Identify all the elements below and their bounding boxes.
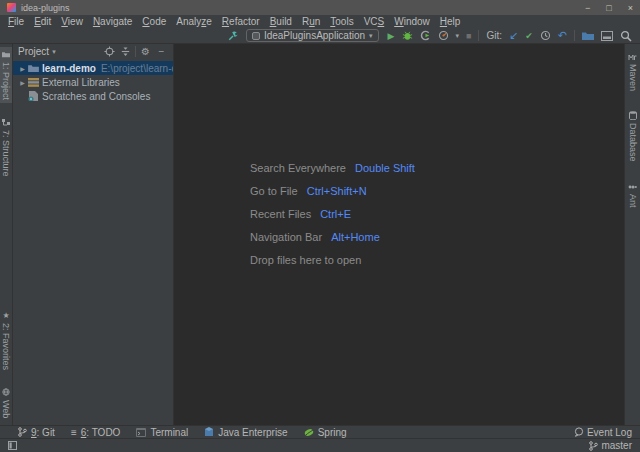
git-label: Git: (486, 30, 502, 41)
stripe-ant-label: Ant (628, 194, 638, 208)
git-toolwindow-label: 9: Git (31, 427, 55, 438)
stripe-favorites-label: 2: Favorites (1, 323, 11, 370)
database-icon (628, 111, 637, 120)
stripe-maven-button[interactable]: Maven (627, 49, 639, 94)
project-tool-window: Project ▾ ⚙ − ▶ learn (13, 44, 174, 425)
scratches-icon (27, 91, 39, 101)
tree-row-external-libraries[interactable]: ▶ External Libraries (13, 75, 173, 89)
shortcut-label: Drop files here to open (250, 254, 361, 267)
todo-toolwindow-button[interactable]: ≡ 6: TODO (71, 427, 121, 438)
run-options-chevron-icon[interactable]: ▾ (456, 32, 460, 40)
menu-help[interactable]: Help (435, 16, 466, 27)
shortcut-keys: Ctrl+Shift+N (307, 185, 367, 198)
spring-toolwindow-label: Spring (318, 427, 347, 438)
gear-icon[interactable]: ⚙ (139, 45, 152, 58)
menu-file[interactable]: File (3, 16, 29, 27)
search-everywhere-icon[interactable] (620, 29, 632, 42)
shortcut-keys: Alt+Home (331, 231, 380, 244)
shortcut-hints: Search Everywhere Double Shift Go to Fil… (250, 162, 415, 267)
tree-expand-icon[interactable]: ▶ (18, 79, 27, 86)
maximize-button[interactable]: □ (606, 3, 611, 13)
tree-expand-icon[interactable]: ▶ (18, 65, 27, 72)
folder-icon-button[interactable] (582, 29, 594, 42)
titlebar: idea-plugins − □ × (0, 0, 640, 15)
menu-refactor[interactable]: Refactor (217, 16, 265, 27)
menu-analyze[interactable]: Analyze (171, 16, 217, 27)
run-configuration-select[interactable]: IdeaPluginsApplication ▾ (246, 29, 379, 42)
window-icon-button[interactable] (601, 29, 613, 42)
event-log-button[interactable]: Event Log (574, 427, 632, 438)
run-config-app-icon (252, 32, 260, 40)
menu-tools[interactable]: Tools (325, 16, 358, 27)
collapse-all-button[interactable] (119, 45, 132, 58)
bottom-toolwindow-bar: 9: Git ≡ 6: TODO Terminal Java Enterpris… (0, 425, 640, 438)
git-branch-icon (589, 441, 598, 451)
terminal-icon (136, 428, 146, 437)
left-tool-stripe: 1: Project 7: Structure ★ 2: Favorites (0, 44, 13, 425)
menu-view[interactable]: View (56, 16, 88, 27)
menu-navigate[interactable]: Navigate (88, 16, 137, 27)
project-panel-title[interactable]: Project (18, 46, 49, 57)
window-title: idea-plugins (21, 3, 70, 13)
profiler-button[interactable] (438, 29, 449, 42)
todo-toolwindow-label: 6: TODO (81, 427, 121, 438)
structure-stripe-icon (2, 118, 11, 127)
spring-leaf-icon (304, 428, 314, 437)
main-area: 1: Project 7: Structure ★ 2: Favorites (0, 44, 640, 425)
git-branch-widget[interactable]: master (589, 440, 632, 451)
git-toolwindow-button[interactable]: 9: Git (18, 427, 55, 438)
tree-row-scratches[interactable]: Scratches and Consoles (13, 89, 173, 103)
ant-icon (628, 182, 637, 191)
menu-edit[interactable]: Edit (29, 16, 56, 27)
menu-code[interactable]: Code (137, 16, 171, 27)
run-button[interactable]: ▶ (388, 29, 395, 42)
stripe-ant-button[interactable]: Ant (627, 179, 639, 211)
locate-file-button[interactable] (103, 45, 116, 58)
menu-vcs[interactable]: VCS (359, 16, 390, 27)
vcs-commit-button[interactable]: ✔ (525, 29, 533, 42)
libraries-icon (27, 78, 39, 87)
terminal-toolwindow-button[interactable]: Terminal (136, 427, 188, 438)
vcs-update-button[interactable]: ↙ (509, 29, 518, 42)
git-branch-icon (18, 427, 27, 437)
vcs-rollback-button[interactable]: ↶ (558, 29, 567, 42)
todo-list-icon: ≡ (71, 427, 77, 438)
git-branch-name: master (601, 440, 632, 451)
java-enterprise-toolwindow-button[interactable]: Java Enterprise (204, 427, 287, 438)
menu-build[interactable]: Build (265, 16, 297, 27)
shortcut-row: Recent Files Ctrl+E (250, 208, 415, 221)
shortcut-keys: Double Shift (355, 162, 415, 175)
project-tree: ▶ learn-demo E:\project\learn-demo ▶ Ext… (13, 59, 173, 103)
shortcut-row: Drop files here to open (250, 254, 415, 267)
project-stripe-icon (2, 50, 11, 59)
coverage-button[interactable] (420, 29, 431, 42)
project-view-chevron-icon[interactable]: ▾ (52, 48, 56, 56)
close-button[interactable]: × (628, 3, 633, 13)
tree-item-name: External Libraries (42, 77, 120, 88)
build-hammer-icon[interactable] (227, 29, 239, 42)
stripe-database-button[interactable]: Database (627, 108, 639, 165)
debug-button[interactable] (402, 29, 413, 42)
project-panel-header: Project ▾ ⚙ − (13, 44, 173, 59)
stripe-project-button[interactable]: 1: Project (0, 47, 12, 103)
stripe-favorites-button[interactable]: ★ 2: Favorites (0, 308, 12, 373)
tree-row-learn-demo[interactable]: ▶ learn-demo E:\project\learn-demo (13, 61, 173, 75)
toolbar-separator (574, 30, 575, 41)
vcs-history-button[interactable] (540, 29, 551, 42)
shortcut-row: Navigation Bar Alt+Home (250, 231, 415, 244)
intellij-logo-icon (7, 3, 16, 12)
shortcut-label: Recent Files (250, 208, 311, 221)
minimize-button[interactable]: − (585, 3, 590, 13)
stripe-database-label: Database (628, 123, 638, 162)
menu-window[interactable]: Window (389, 16, 435, 27)
toolwindow-toggle-button[interactable] (8, 441, 17, 450)
event-log-icon (574, 427, 584, 437)
right-tool-stripe: Maven Database Ant (624, 44, 640, 425)
stripe-structure-button[interactable]: 7: Structure (0, 115, 12, 180)
editor-area[interactable]: Search Everywhere Double Shift Go to Fil… (174, 44, 624, 425)
stripe-web-label: Web (1, 400, 11, 418)
spring-toolwindow-button[interactable]: Spring (304, 427, 347, 438)
hide-panel-button[interactable]: − (155, 45, 168, 58)
menu-run[interactable]: Run (297, 16, 325, 27)
stripe-web-button[interactable]: Web (0, 385, 12, 421)
